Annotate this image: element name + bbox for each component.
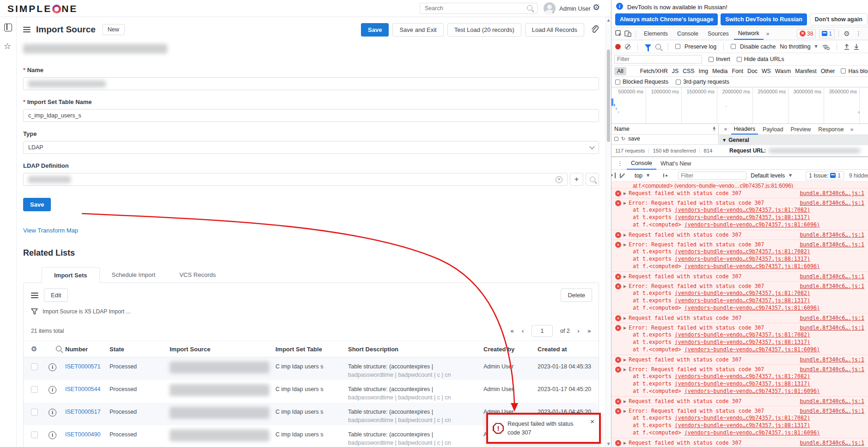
scrollbar-thumb[interactable]	[607, 49, 610, 142]
chip-js[interactable]: JS	[672, 68, 679, 74]
devtools-menu-icon[interactable]: ⋮	[852, 30, 865, 37]
network-conditions-icon[interactable]	[822, 43, 830, 50]
load-all-records-button[interactable]: Load All Records	[525, 23, 584, 37]
stack-frame-link[interactable]: (vendors~bundle~vendo…c9b74357.js:81:609…	[685, 263, 820, 269]
stack-frame-link[interactable]: (vendors~bundle~vendo…c9b74357.js:81:609…	[685, 429, 820, 436]
expand-triangle-icon[interactable]: ▶	[623, 284, 626, 288]
stack-frame-link[interactable]: (vendors~bundle~vendo…c9b74357.js:81:609…	[685, 305, 820, 311]
tab-elements[interactable]: Elements	[640, 28, 672, 39]
more-tabs-icon[interactable]: »	[764, 31, 771, 37]
disable-cache-checkbox[interactable]	[731, 44, 736, 49]
levels-dropdown-icon[interactable]: ▼	[789, 173, 792, 178]
sidebar-toggle-icon[interactable]	[4, 24, 12, 31]
context-dropdown-icon[interactable]: ▼	[647, 173, 649, 178]
chip-css[interactable]: CSS	[683, 68, 694, 74]
network-filter-input[interactable]	[614, 55, 702, 64]
settings-gear-icon[interactable]: ⚙	[593, 2, 600, 12]
drawer-menu-icon[interactable]: ⋮	[613, 160, 627, 167]
stack-frame-link[interactable]: (vendors~bundle~vendo…c9b74357.js:88:131…	[675, 297, 810, 304]
info-icon[interactable]: i	[49, 431, 56, 439]
tab-network[interactable]: Network	[734, 27, 764, 40]
issue-count-badge[interactable]: 1	[819, 29, 835, 38]
throttling-dropdown-icon[interactable]: ▼	[815, 44, 818, 49]
expand-triangle-icon[interactable]: ▶	[623, 233, 626, 237]
third-party-label[interactable]: 3rd-party requests	[683, 79, 729, 85]
source-link[interactable]: bundle.8f340c6….js:1	[800, 283, 864, 289]
error-count-badge[interactable]: ✕38	[797, 29, 816, 38]
console-filter-input[interactable]	[678, 171, 746, 180]
info-icon[interactable]: i	[49, 363, 56, 371]
stack-frame-link[interactable]: (vendors~bundle~vendo…c9b74357.js:81:708…	[675, 207, 810, 213]
favorites-star-icon[interactable]: ☆	[4, 41, 11, 51]
row-checkbox[interactable]	[31, 409, 38, 416]
chip-other[interactable]: Other	[821, 68, 835, 74]
col-import-source[interactable]: Import Source	[170, 346, 275, 353]
hide-data-urls-label[interactable]: Hide data URLs	[744, 56, 784, 62]
general-section-header[interactable]: ▼ General	[719, 135, 868, 145]
source-link[interactable]: bundle.8f340c6….js:1	[800, 200, 864, 206]
drawer-tab-console[interactable]: Console	[627, 157, 656, 170]
console-request-failed-message[interactable]: ✕▶Request failed with status code 307bun…	[611, 438, 868, 447]
chip-doc[interactable]: Doc	[747, 68, 758, 74]
user-name[interactable]: Admin User	[559, 5, 591, 12]
ldap-definition-field[interactable]: ✕	[23, 173, 568, 186]
attachment-paperclip-icon[interactable]	[591, 25, 599, 34]
issues-chip[interactable]: 1 Issue: 1	[806, 171, 844, 180]
delete-button[interactable]: Delete	[561, 288, 592, 302]
tab-response[interactable]: Response	[815, 124, 846, 134]
expand-triangle-icon[interactable]: ▶	[623, 358, 626, 362]
stack-frame-link[interactable]: (vendors~bundle~vendo…c9b74357.js:81:708…	[675, 415, 810, 421]
expand-triangle-icon[interactable]: ▶	[623, 326, 626, 330]
console-error-message[interactable]: ✕▶Error: Request failed with status code…	[611, 198, 868, 230]
source-link[interactable]: bundle.8f340c6….js:1	[800, 325, 864, 331]
console-error-message[interactable]: ✕▶Error: Request failed with status code…	[611, 282, 868, 313]
source-link[interactable]: bundle.8f340c6….js:1	[800, 408, 864, 414]
log-levels-select[interactable]: Default levels	[751, 172, 785, 179]
close-detail-icon[interactable]: ×	[722, 126, 729, 133]
blocked-requests-checkbox[interactable]	[615, 80, 620, 85]
console-request-failed-message[interactable]: ✕▶Request failed with status code 307bun…	[611, 272, 868, 282]
col-number[interactable]: Number	[65, 346, 110, 353]
col-created-by[interactable]: Created by	[483, 346, 538, 353]
name-field[interactable]	[23, 77, 599, 90]
console-request-failed-message[interactable]: ✕▶Request failed with status code 307bun…	[611, 397, 868, 406]
invert-label[interactable]: Invert	[716, 56, 730, 62]
expand-triangle-icon[interactable]: ▶	[623, 409, 626, 413]
console-request-failed-message[interactable]: ✕▶Request failed with status code 307bun…	[611, 189, 868, 198]
export-har-icon[interactable]	[854, 43, 859, 50]
record-number-link[interactable]: ISET0000544	[65, 386, 100, 392]
has-blocked-cookies-label[interactable]: Has blocked cookies	[848, 68, 868, 74]
source-link[interactable]: bundle.8f340c6….js:1	[800, 273, 864, 280]
switch-russian-button[interactable]: Switch DevTools to Russian	[721, 13, 807, 25]
console-error-message[interactable]: ✕▶Error: Request failed with status code…	[611, 323, 868, 355]
import-har-icon[interactable]	[844, 43, 850, 50]
expand-triangle-icon[interactable]: ▶	[623, 191, 626, 196]
preserve-log-checkbox[interactable]	[675, 44, 680, 49]
expand-triangle-icon[interactable]: ▶	[623, 201, 626, 205]
chip-manifest[interactable]: Manifest	[795, 68, 816, 74]
edit-button[interactable]: Edit	[44, 288, 68, 302]
stack-frame-link[interactable]: (vendors~bundle~vendo…c9b74357.js:81:609…	[685, 388, 820, 394]
chip-wasm[interactable]: Wasm	[775, 68, 791, 74]
form-save-button[interactable]: Save	[23, 198, 51, 211]
chip-all[interactable]: All	[614, 67, 626, 75]
record-network-icon[interactable]	[615, 44, 621, 49]
row-checkbox[interactable]	[31, 386, 38, 393]
drawer-tab-whats-new[interactable]: What's New	[656, 158, 695, 169]
stack-frame-link[interactable]: (vendors~bundle~vendo…c9b74357.js:88:131…	[675, 256, 810, 262]
source-link[interactable]: bundle.8f340c6….js:1	[800, 315, 864, 321]
tab-import-sets[interactable]: Import Sets	[42, 267, 100, 283]
network-timeline[interactable]: 500000 ms1000000 ms1500000 ms2000000 ms2…	[611, 87, 868, 124]
inspect-element-icon[interactable]	[614, 30, 623, 38]
match-language-button[interactable]: Always match Chrome's language	[615, 13, 718, 25]
hidden-messages-label[interactable]: 9 hidden	[849, 172, 868, 179]
test-load-button[interactable]: Test Load (20 records)	[447, 23, 521, 37]
device-toolbar-icon[interactable]	[623, 30, 632, 38]
tab-schedule-import[interactable]: Schedule Import	[100, 267, 168, 282]
source-link[interactable]: bundle.8f340c6….js:1	[800, 356, 864, 363]
dont-show-again-button[interactable]: Don't show again	[810, 13, 868, 25]
list-menu-icon[interactable]	[31, 291, 38, 300]
column-settings-gear-icon[interactable]: ⚙	[24, 345, 37, 353]
chip-fetch-xhr[interactable]: Fetch/XHR	[640, 68, 668, 74]
filter-funnel-icon[interactable]	[31, 308, 38, 315]
